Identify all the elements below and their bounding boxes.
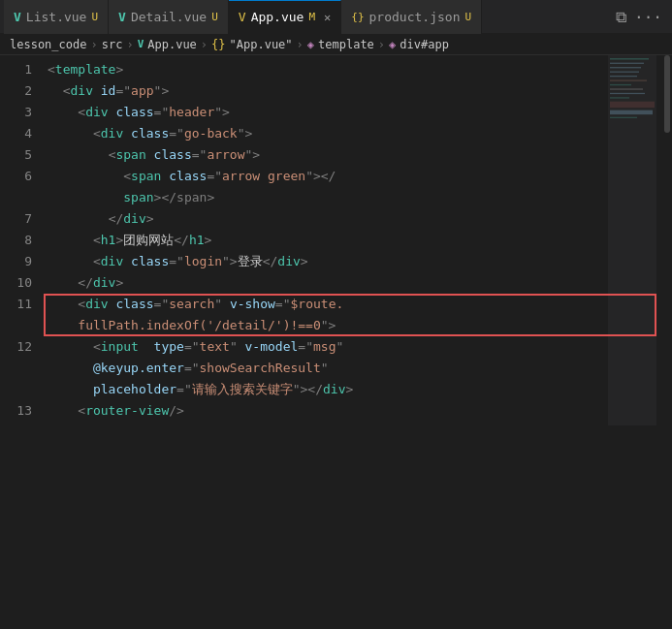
- svg-rect-5: [610, 79, 647, 80]
- breadcrumb-vue-icon: V: [138, 38, 144, 50]
- breadcrumb-div-app: div#app: [400, 38, 449, 51]
- scrollbar-thumb[interactable]: [664, 55, 670, 133]
- line-code: </div>: [44, 272, 672, 294]
- code-line-6: 6 <span class="arrow green"></: [0, 166, 672, 187]
- line-code: <input type="text" v-model="msg": [44, 336, 672, 358]
- svg-rect-12: [610, 110, 653, 114]
- code-line-13: 13 <router-view/>: [0, 400, 672, 422]
- line-number: 12: [0, 336, 44, 358]
- svg-rect-4: [610, 76, 637, 77]
- modified-indicator: U: [464, 11, 471, 23]
- svg-rect-6: [610, 84, 631, 85]
- line-code: <span class="arrow">: [44, 144, 672, 166]
- code-line-10: 10 </div>: [0, 272, 672, 294]
- line-number: 6: [0, 187, 44, 208]
- tab-list-vue[interactable]: V List.vue U: [4, 0, 109, 34]
- modified-indicator: U: [91, 11, 98, 23]
- code-line-11b: 11 fullPath.indexOf('/detail/')!==0">: [0, 315, 672, 336]
- line-code: </div>: [44, 208, 672, 230]
- line-number: 2: [0, 80, 44, 102]
- breadcrumb-template-icon: ◈: [307, 38, 314, 51]
- code-line-5: 5 <span class="arrow">: [0, 144, 672, 166]
- breadcrumb-lesson-code: lesson_code: [10, 38, 86, 51]
- line-number: 7: [0, 208, 44, 230]
- code-line-6b: 6 span></span>: [0, 187, 672, 208]
- code-area: 1 <template> 2 <div id="app"> 3 <div cla…: [0, 55, 672, 425]
- code-line-12b: 12 @keyup.enter="showSearchResult": [0, 358, 672, 379]
- line-code: <span class="arrow green"></: [44, 166, 672, 187]
- code-line-9: 9 <div class="login">登录</div>: [0, 251, 672, 272]
- line-number: 1: [0, 59, 44, 80]
- code-line-7: 7 </div>: [0, 208, 672, 230]
- line-number: 11: [0, 315, 44, 336]
- line-number: 10: [0, 272, 44, 294]
- modified-indicator: U: [211, 11, 218, 23]
- more-actions-icon[interactable]: ···: [634, 8, 662, 26]
- tab-label: App.vue: [251, 10, 304, 24]
- line-code: @keyup.enter="showSearchResult": [44, 358, 672, 379]
- code-line-3: 3 <div class="header">: [0, 102, 672, 123]
- tab-bar: V List.vue U V Detail.vue U V App.vue M …: [0, 0, 672, 34]
- line-code: <div class="login">登录</div>: [44, 251, 672, 272]
- breadcrumb-div-icon: ◈: [389, 38, 396, 51]
- tab-app-vue[interactable]: V App.vue M ✕: [229, 0, 341, 34]
- tab-label: product.json: [369, 10, 461, 24]
- line-code: <template>: [44, 59, 672, 80]
- line-number: 3: [0, 102, 44, 123]
- vertical-scrollbar[interactable]: [656, 55, 672, 425]
- code-line-11: 11 <div class="search" v-show="$route.: [0, 294, 672, 315]
- breadcrumb-template: template: [318, 38, 374, 51]
- highlighted-block: 11 <div class="search" v-show="$route. 1…: [0, 294, 672, 336]
- line-number: 9: [0, 251, 44, 272]
- line-number: 11: [0, 294, 44, 315]
- line-code: <div class="go-back">: [44, 123, 672, 144]
- svg-rect-13: [610, 117, 637, 118]
- breadcrumb: lesson_code › src › V App.vue › {} "App.…: [0, 34, 672, 55]
- tab-close-button[interactable]: ✕: [324, 11, 331, 24]
- svg-rect-8: [610, 93, 645, 94]
- svg-rect-7: [610, 88, 643, 89]
- line-number: 5: [0, 144, 44, 166]
- split-editor-icon[interactable]: ⧉: [616, 8, 626, 26]
- breadcrumb-app-vue-str: "App.vue": [230, 38, 293, 51]
- code-line-2: 2 <div id="app">: [0, 80, 672, 102]
- line-code: <h1>团购网站</h1>: [44, 230, 672, 251]
- svg-rect-11: [610, 102, 655, 108]
- vue-icon: V: [14, 10, 21, 24]
- line-code: <div class="header">: [44, 102, 672, 123]
- vue-icon: V: [118, 10, 126, 24]
- line-code: <router-view/>: [44, 400, 672, 422]
- breadcrumb-obj-icon: {}: [211, 38, 225, 51]
- tab-detail-vue[interactable]: V Detail.vue U: [109, 0, 229, 34]
- editor: 1 <template> 2 <div id="app"> 3 <div cla…: [0, 55, 672, 425]
- breadcrumb-src: src: [102, 38, 123, 51]
- modified-indicator: M: [308, 11, 315, 23]
- line-number: 6: [0, 166, 44, 187]
- line-code: span></span>: [44, 187, 672, 208]
- code-line-8: 8 <h1>团购网站</h1>: [0, 230, 672, 251]
- tab-product-json[interactable]: {} product.json U: [341, 0, 482, 34]
- line-number: 12: [0, 379, 44, 400]
- svg-rect-0: [610, 58, 649, 59]
- code-line-4: 4 <div class="go-back">: [0, 123, 672, 144]
- svg-rect-3: [610, 72, 639, 73]
- json-icon: {}: [351, 11, 364, 23]
- line-number: 8: [0, 230, 44, 251]
- line-code: <div class="search" v-show="$route.: [44, 294, 672, 315]
- line-number: 4: [0, 123, 44, 144]
- line-code: <div id="app">: [44, 80, 672, 102]
- tab-label: List.vue: [26, 10, 87, 24]
- svg-rect-9: [610, 97, 629, 98]
- tab-label: Detail.vue: [131, 10, 207, 24]
- svg-rect-1: [610, 63, 644, 64]
- code-line-12: 12 <input type="text" v-model="msg": [0, 336, 672, 358]
- vue-icon: V: [239, 10, 246, 24]
- svg-rect-2: [610, 67, 641, 68]
- line-code: fullPath.indexOf('/detail/')!==0">: [44, 315, 672, 336]
- line-number: 13: [0, 400, 44, 422]
- breadcrumb-app-vue: App.vue: [147, 38, 197, 51]
- code-line-12c: 12 placeholder="请输入搜索关键字"></div>: [0, 379, 672, 400]
- line-code: placeholder="请输入搜索关键字"></div>: [44, 379, 672, 400]
- line-number: 12: [0, 358, 44, 379]
- code-line-1: 1 <template>: [0, 59, 672, 80]
